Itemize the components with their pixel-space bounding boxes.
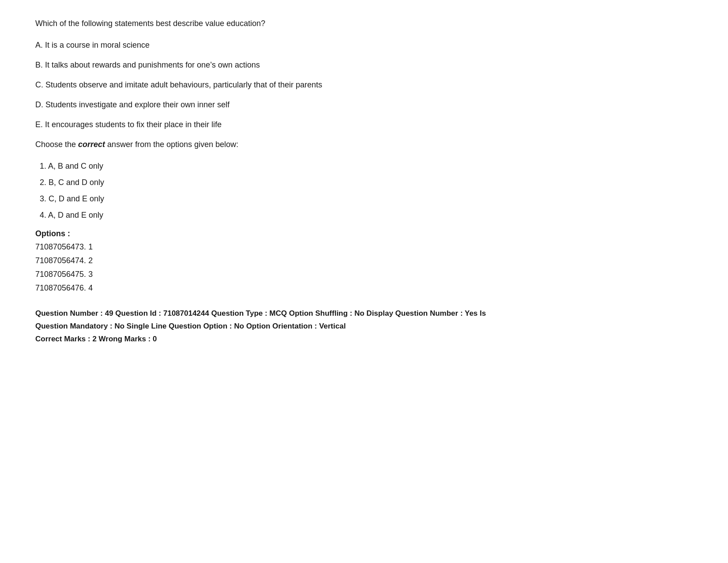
meta-line2: Question Mandatory : No Single Line Ques… <box>35 320 693 333</box>
option-a-label: A. <box>35 41 43 49</box>
option-e-label: E. <box>35 120 43 129</box>
question-container: Which of the following statements best d… <box>35 18 693 346</box>
question-text: Which of the following statements best d… <box>35 18 693 30</box>
answer-options-list: 1. A, B and C only 2. B, C and D only 3.… <box>35 160 693 221</box>
option-c-label: C. <box>35 80 43 89</box>
option-id-2: 71087056474. 2 <box>35 255 693 267</box>
meta-line3: Correct Marks : 2 Wrong Marks : 0 <box>35 333 693 346</box>
option-e: E. It encourages students to fix their p… <box>35 119 693 131</box>
option-id-3: 71087056475. 3 <box>35 268 693 280</box>
option-a: A. It is a course in moral science <box>35 39 693 51</box>
answer-option-4: 4. A, D and E only <box>40 209 693 221</box>
options-label: Options : <box>35 229 693 238</box>
answer-option-2: 2. B, C and D only <box>40 177 693 189</box>
option-c: C. Students observe and imitate adult be… <box>35 79 693 91</box>
option-id-4: 71087056476. 4 <box>35 282 693 294</box>
option-id-1: 71087056473. 1 <box>35 241 693 253</box>
meta-block: Question Number : 49 Question Id : 71087… <box>35 307 693 346</box>
choose-line: Choose the correct answer from the optio… <box>35 139 693 151</box>
meta-line1: Question Number : 49 Question Id : 71087… <box>35 307 693 320</box>
answer-option-1: 1. A, B and C only <box>40 160 693 172</box>
option-d: D. Students investigate and explore thei… <box>35 99 693 111</box>
option-d-label: D. <box>35 100 43 109</box>
answer-option-3: 3. C, D and E only <box>40 193 693 205</box>
option-b-label: B. <box>35 60 43 69</box>
option-b: B. It talks about rewards and punishment… <box>35 59 693 71</box>
